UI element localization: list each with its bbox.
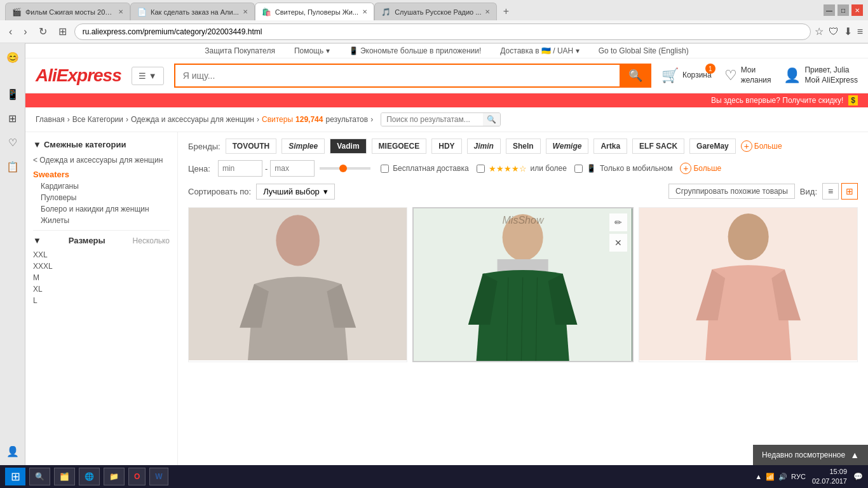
mobile-checkbox[interactable] bbox=[574, 165, 583, 173]
product-close-icon[interactable]: ✕ bbox=[609, 234, 627, 252]
cart-icon-item[interactable]: 🛒 1 Корзина bbox=[661, 67, 712, 84]
size-xxl[interactable]: XXL bbox=[33, 249, 170, 261]
taskbar-opera[interactable]: O bbox=[128, 468, 146, 485]
browser-sidebar-icon-6[interactable]: 👤 bbox=[1, 440, 24, 463]
star-icon[interactable]: ☆ bbox=[815, 25, 824, 37]
search-input[interactable] bbox=[174, 64, 620, 88]
recently-viewed-popup[interactable]: Недавно посмотренное ▲ bbox=[753, 445, 868, 465]
tab-2-close[interactable]: ✕ bbox=[243, 8, 248, 15]
tab-3-close[interactable]: ✕ bbox=[362, 8, 367, 15]
breadcrumb-all-cats[interactable]: Все Категории bbox=[72, 115, 123, 124]
product-card-3[interactable] bbox=[639, 207, 858, 362]
taskbar-volume-icon[interactable]: 🔊 bbox=[778, 473, 787, 481]
help-link[interactable]: Помощь ▾ bbox=[294, 46, 330, 55]
back-button[interactable]: ‹ bbox=[5, 25, 16, 39]
taskbar-notification-icon[interactable]: 💬 bbox=[853, 472, 863, 481]
menu-icon[interactable]: ≡ bbox=[857, 26, 863, 37]
brand-shein[interactable]: SheIn bbox=[506, 139, 541, 154]
address-bar[interactable] bbox=[74, 24, 811, 40]
wishlist-icon-item[interactable]: ♡ Мои желания bbox=[724, 65, 771, 85]
tab-3-active[interactable]: 🛍️ Свитеры, Пуловеры Жи... ✕ bbox=[255, 3, 374, 20]
window-controls: — □ ✕ bbox=[824, 4, 863, 16]
app-promo: 📱 Экономьте больше в приложении! bbox=[349, 46, 482, 55]
sub-cat-bolero[interactable]: Болеро и накидки для женщин bbox=[41, 205, 170, 214]
taskbar-browser[interactable]: 🌐 bbox=[79, 468, 100, 485]
list-view-icon[interactable]: ≡ bbox=[822, 183, 839, 200]
taskbar-search[interactable]: 🔍 bbox=[29, 468, 50, 485]
brands-more-button[interactable]: + Больше bbox=[741, 140, 782, 152]
tab-1-close[interactable]: ✕ bbox=[118, 8, 123, 15]
size-xxxl[interactable]: XXXL bbox=[33, 261, 170, 272]
taskbar-lang[interactable]: RУС bbox=[791, 473, 806, 480]
brand-hdy[interactable]: HDY bbox=[431, 139, 461, 154]
breadcrumb-home[interactable]: Главная bbox=[36, 115, 65, 124]
mobile-filter[interactable]: 📱 Только в мобильном bbox=[574, 164, 672, 173]
size-m[interactable]: M bbox=[33, 272, 170, 283]
tab-4[interactable]: 🎵 Слушать Русское Радио ... ✕ bbox=[374, 3, 497, 20]
delivery-info[interactable]: Доставка в 🇺🇦 / UAH ▾ bbox=[500, 46, 579, 55]
browser-sidebar-icon-5[interactable]: 📋 bbox=[1, 155, 24, 178]
close-button[interactable]: ✕ bbox=[851, 4, 863, 16]
refresh-button[interactable]: ↻ bbox=[35, 24, 51, 39]
price-slider[interactable] bbox=[320, 167, 370, 170]
product-card-2[interactable]: MisShow ✏ ✕ bbox=[412, 207, 633, 362]
brand-tovouth[interactable]: TOVOUTH bbox=[226, 139, 276, 154]
breadcrumb-search-input[interactable] bbox=[381, 113, 483, 126]
free-delivery-checkbox[interactable] bbox=[381, 165, 389, 173]
global-site-link[interactable]: Go to Global Site (English) bbox=[599, 46, 689, 55]
price-min-input[interactable] bbox=[218, 160, 262, 177]
brand-vadim[interactable]: Vadim bbox=[330, 139, 366, 154]
browser-sidebar-icon-1[interactable]: 😊 bbox=[1, 46, 24, 69]
size-xl[interactable]: XL bbox=[33, 283, 170, 295]
grid-view-icon[interactable]: ⊞ bbox=[841, 183, 858, 200]
brand-simplee[interactable]: Simplee bbox=[281, 139, 325, 154]
user-icon-item[interactable]: 👤 Привет, Julia Мой AliExpress bbox=[783, 65, 858, 85]
size-l[interactable]: L bbox=[33, 295, 170, 306]
minimize-button[interactable]: — bbox=[824, 4, 835, 16]
protection-link[interactable]: Защита Покупателя bbox=[205, 46, 275, 55]
brand-elfsack[interactable]: ELF SACK bbox=[632, 139, 684, 154]
maximize-button[interactable]: □ bbox=[837, 4, 849, 16]
sub-cat-vests[interactable]: Жилеты bbox=[41, 216, 170, 225]
logo[interactable]: AliExpress bbox=[36, 65, 121, 86]
price-max-input[interactable] bbox=[270, 160, 315, 177]
product-edit-icon[interactable]: ✏ bbox=[609, 214, 627, 231]
sort-select[interactable]: Лучший выбор ▾ bbox=[256, 184, 335, 200]
stars-checkbox[interactable] bbox=[477, 165, 485, 173]
download-icon[interactable]: ⬇ bbox=[844, 25, 852, 37]
browser-sidebar-icon-4[interactable]: ♡ bbox=[1, 131, 24, 154]
brand-miegoece[interactable]: MIEGOECE bbox=[372, 139, 427, 154]
group-similar-button[interactable]: Сгруппировать похожие товары bbox=[668, 184, 795, 199]
new-tab-button[interactable]: + bbox=[497, 3, 515, 20]
breadcrumb-search-icon[interactable]: 🔍 bbox=[483, 113, 500, 126]
browser-sidebar-icon-3[interactable]: ⊞ bbox=[1, 107, 24, 130]
shield-icon[interactable]: 🛡 bbox=[829, 26, 839, 37]
sub-cat-cardigans[interactable]: Кардиганы bbox=[41, 182, 170, 191]
brand-wemige[interactable]: Wemige bbox=[546, 139, 589, 154]
filters-more-button[interactable]: + Больше bbox=[680, 163, 721, 174]
home-button[interactable]: ⊞ bbox=[55, 24, 71, 39]
tab-4-close[interactable]: ✕ bbox=[485, 8, 490, 15]
search-button[interactable]: 🔍 bbox=[620, 64, 651, 88]
menu-button[interactable]: ☰ ▼ bbox=[132, 67, 164, 85]
parent-category-link[interactable]: < Одежда и аксессуары для женщин bbox=[33, 154, 170, 166]
brand-garemay[interactable]: GareMay bbox=[689, 139, 736, 154]
taskbar-explorer[interactable]: 📁 bbox=[104, 468, 125, 485]
stars-filter[interactable]: ★★★★☆ или более bbox=[477, 164, 567, 173]
tab-2[interactable]: 📄 Как сделать заказ на Али... ✕ bbox=[130, 3, 255, 20]
current-category[interactable]: Sweaters bbox=[33, 170, 170, 179]
browser-sidebar-icon-2[interactable]: 📱 bbox=[1, 83, 24, 105]
tab-1[interactable]: 🎬 Фильм Сжигая мосты 201... ✕ bbox=[5, 3, 130, 20]
brand-jimin[interactable]: Jimin bbox=[467, 139, 501, 154]
start-button[interactable]: ⊞ bbox=[5, 468, 25, 485]
sub-cat-pullovers[interactable]: Пуловеры bbox=[41, 193, 170, 202]
taskbar-task-view[interactable]: 🗂️ bbox=[54, 468, 75, 485]
product-card-1[interactable] bbox=[188, 207, 407, 362]
promo-bar: Вы здесь впервые? Получите скидку! $ bbox=[25, 93, 868, 107]
taskbar-up-arrow[interactable]: ▲ bbox=[755, 473, 762, 480]
brand-artka[interactable]: Artka bbox=[593, 139, 627, 154]
free-delivery-filter[interactable]: Бесплатная доставка bbox=[381, 164, 468, 173]
breadcrumb-women[interactable]: Одежда и аксессуары для женщин bbox=[131, 115, 254, 124]
taskbar-word[interactable]: W bbox=[149, 468, 168, 485]
forward-button[interactable]: › bbox=[20, 25, 31, 39]
